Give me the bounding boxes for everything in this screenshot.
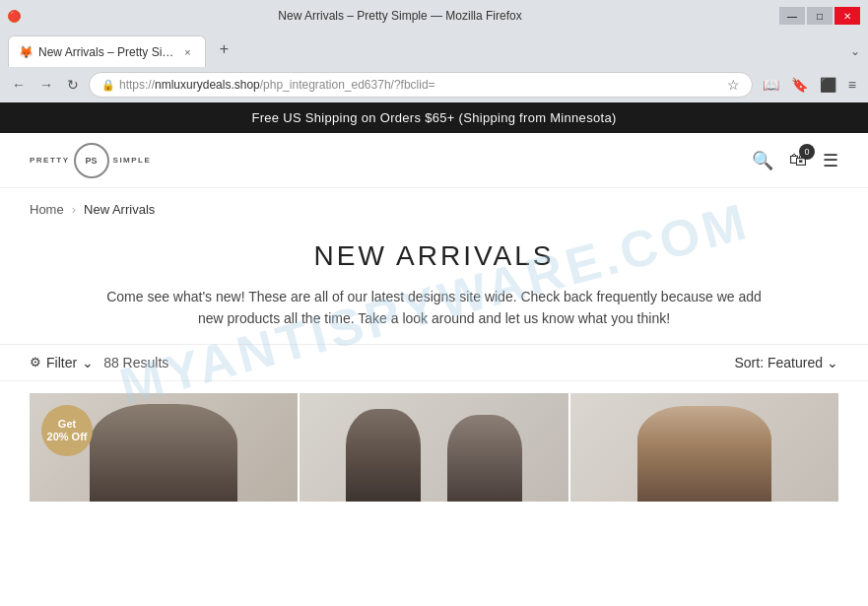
header-icons: 🔍 🛍 0 ☰ — [752, 150, 838, 171]
url-domain: nmluxurydeals.shop — [155, 78, 260, 92]
logo-text-right: SIMPLE — [113, 156, 152, 165]
filter-icon: ⚙ — [30, 355, 41, 370]
reload-button[interactable]: ↻ — [63, 75, 83, 95]
extensions-button[interactable]: ⬛ — [816, 75, 840, 95]
title-bar: 🔴 New Arrivals – Pretty Simple — Mozilla… — [0, 0, 868, 32]
results-count: 88 Results — [103, 355, 168, 370]
sort-chevron-icon: ⌄ — [827, 355, 838, 370]
browser-title: New Arrivals – Pretty Simple — Mozilla F… — [21, 9, 779, 23]
url-protocol: https:// — [119, 78, 155, 92]
product-card[interactable] — [300, 393, 568, 502]
overflow-button[interactable]: ≡ — [844, 75, 860, 95]
breadcrumb: Home › New Arrivals — [0, 188, 868, 231]
bookmarks-button[interactable]: 🔖 — [787, 75, 812, 95]
sort-label: Sort: Featured — [735, 355, 824, 370]
page-description: Come see what's new! These are all of ou… — [100, 286, 769, 330]
minimize-button[interactable]: — — [779, 7, 805, 25]
site-logo[interactable]: PRETTY PS SIMPLE — [30, 143, 151, 178]
page-title: NEW ARRIVALS — [30, 240, 838, 272]
promo-banner: Free US Shipping on Orders $65+ (Shippin… — [0, 102, 868, 133]
search-button[interactable]: 🔍 — [752, 150, 773, 171]
logo-circle: PS — [74, 143, 109, 178]
tab-title: New Arrivals – Pretty Si… — [38, 45, 173, 59]
address-input[interactable]: 🔒 https://nmluxurydeals.shop/php_integra… — [89, 72, 753, 98]
address-bar: ← → ↻ 🔒 https://nmluxurydeals.shop/php_i… — [0, 67, 868, 102]
filters-left: ⚙ Filter ⌄ 88 Results — [30, 355, 168, 370]
product-card[interactable]: Get 20% Off — [30, 393, 298, 502]
window-controls: — □ ✕ — [779, 7, 860, 25]
cart-count: 0 — [799, 144, 815, 160]
page-heading: NEW ARRIVALS Come see what's new! These … — [0, 231, 868, 344]
toolbar-icons: 📖 🔖 ⬛ ≡ — [759, 75, 860, 95]
filter-chevron-icon: ⌄ — [82, 355, 94, 370]
new-tab-button[interactable]: + — [210, 35, 237, 63]
address-url: https://nmluxurydeals.shop/php_integrati… — [119, 78, 723, 92]
tab-bar: 🦊 New Arrivals – Pretty Si… × + ⌄ — [0, 32, 868, 67]
product-grid: Get 20% Off — [0, 381, 868, 502]
back-button[interactable]: ← — [8, 75, 30, 95]
tab-list-button[interactable]: ⌄ — [850, 44, 860, 58]
traffic-light-close[interactable]: 🔴 — [8, 10, 21, 23]
bookmark-button[interactable]: ☆ — [727, 77, 740, 93]
maximize-button[interactable]: □ — [807, 7, 833, 25]
title-bar-left: 🔴 — [8, 10, 21, 23]
active-tab[interactable]: 🦊 New Arrivals – Pretty Si… × — [8, 35, 206, 67]
page-content: Free US Shipping on Orders $65+ (Shippin… — [0, 102, 868, 606]
product-card[interactable] — [570, 393, 838, 502]
breadcrumb-separator: › — [72, 202, 76, 217]
hamburger-icon: ☰ — [823, 151, 838, 170]
reader-view-button[interactable]: 📖 — [759, 75, 783, 95]
promo-text: Free US Shipping on Orders $65+ (Shippin… — [251, 110, 616, 125]
product-badge: Get 20% Off — [41, 405, 93, 456]
url-path: /php_integration_ed637h/?fbclid= — [260, 78, 435, 92]
filters-bar: ⚙ Filter ⌄ 88 Results Sort: Featured ⌄ — [0, 344, 868, 381]
logo-ps-text: PS — [86, 156, 98, 166]
breadcrumb-home-link[interactable]: Home — [30, 202, 64, 217]
filter-button[interactable]: ⚙ Filter ⌄ — [30, 355, 94, 370]
filter-label: Filter — [46, 355, 77, 370]
tab-close-button[interactable]: × — [179, 44, 195, 60]
badge-line1: Get — [47, 418, 88, 431]
lock-icon: 🔒 — [101, 79, 115, 92]
tab-favicon: 🦊 — [19, 45, 33, 59]
logo-text-left: PRETTY — [30, 156, 70, 165]
badge-line2: 20% Off — [47, 431, 88, 443]
sort-button[interactable]: Sort: Featured ⌄ — [735, 355, 839, 370]
cart-button[interactable]: 🛍 0 — [789, 150, 807, 170]
site-header: PRETTY PS SIMPLE 🔍 🛍 0 ☰ — [0, 133, 868, 188]
breadcrumb-current: New Arrivals — [84, 202, 155, 217]
tab-bar-right: ⌄ — [237, 35, 868, 67]
menu-button[interactable]: ☰ — [823, 150, 838, 171]
search-icon: 🔍 — [752, 151, 773, 170]
close-button[interactable]: ✕ — [835, 7, 860, 25]
forward-button[interactable]: → — [35, 75, 57, 95]
